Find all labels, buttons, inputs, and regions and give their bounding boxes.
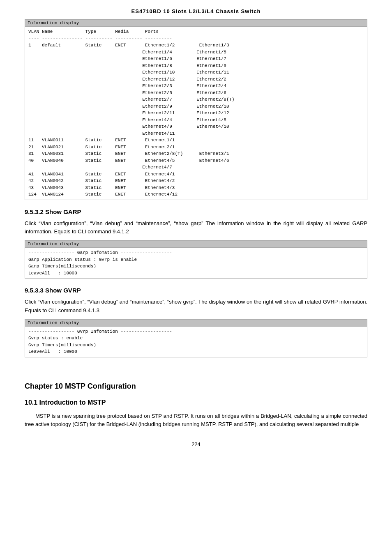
vlan-row-1-cont3: Ethernet1/8 Ethernet1/9: [28, 63, 226, 68]
vlan-row-40: 40 VLAN0040 Static ENET Ethernet4/5 Ethe…: [28, 158, 229, 163]
vlan-row-1-cont6: Ethernet2/3 Ethernet2/4: [28, 83, 226, 88]
vlan-row-40-cont: Ethernet4/7: [28, 165, 172, 170]
garp-info-box-content: ----------------- Garp Infomation ------…: [25, 248, 367, 278]
section-101-heading: 10.1 Introduction to MSTP: [25, 399, 367, 406]
vlan-table-content: VLAN Name Type Media Ports ---- --------…: [25, 27, 367, 200]
section-952-heading: 9.5.3.2 Show GARP: [25, 208, 367, 215]
vlan-row-1-cont11: Ethernet4/4 Ethernet4/8: [28, 117, 226, 122]
page-number: 224: [25, 441, 367, 447]
section-952-body: Click “Vlan configuration”, “Vlan debug”…: [25, 219, 367, 237]
vlan-row-1-cont4: Ethernet1/10 Ethernet1/11: [28, 70, 229, 75]
vlan-row-42: 42 VLAN0042 Static ENET Ethernet4/2: [28, 178, 175, 183]
vlan-row-1-cont10: Ethernet2/11 Ethernet2/12: [28, 111, 229, 115]
vlan-row-1: 1 default Static ENET Ethernet1/2 Ethern…: [28, 43, 229, 48]
vlan-row-43: 43 VLAN0043 Static ENET Ethernet4/3: [28, 185, 175, 190]
vlan-row-1-cont2: Ethernet1/6 Ethernet1/7: [28, 56, 226, 61]
gvrp-info-box: Information display ----------------- Gv…: [25, 319, 367, 357]
vlan-row-1-cont13: Ethernet4/11: [28, 131, 175, 136]
vlan-row-21: 21 VLAN0021 Static ENET Ethernet2/1: [28, 145, 175, 150]
gvrp-info-box-content: ----------------- Gvrp Infomation ------…: [25, 327, 367, 357]
vlan-row-1-cont9: Ethernet2/9 Ethernet2/10: [28, 104, 229, 109]
vlan-row-11: 11 VLAN0011 Static ENET Ethernet1/1: [28, 138, 175, 143]
vlan-row-1-cont5: Ethernet1/12 Ethernet2/2: [28, 77, 226, 82]
vlan-row-1-cont: Ethernet1/4 Ethernet1/5: [28, 50, 226, 55]
garp-info-box: Information display ----------------- Ga…: [25, 240, 367, 279]
vlan-row-124: 124 VLAN0124 Static ENET Ethernet4/12: [28, 192, 178, 197]
vlan-row-1-cont8: Ethernet2/7 Ethernet2/8(T): [28, 97, 235, 102]
garp-info-box-title: Information display: [25, 241, 367, 248]
vlan-row-41: 41 VLAN0041 Static ENET Ethernet4/1: [28, 172, 175, 177]
vlan-row-1-cont12: Ethernet4/9 Ethernet4/10: [28, 124, 229, 129]
gvrp-info-box-title: Information display: [25, 320, 367, 327]
vlan-col-headers: VLAN Name Type Media Ports: [28, 29, 159, 34]
section-953-heading: 9.5.3.3 Show GVRP: [25, 287, 367, 294]
vlan-row-1-cont7: Ethernet2/5 Ethernet2/6: [28, 90, 226, 95]
vlan-divider: ---- --------------- ---------- --------…: [28, 36, 172, 41]
vlan-row-31: 31 VLAN0031 Static ENET Ethernet2/8(T) E…: [28, 151, 229, 156]
vlan-info-box-title: Information display: [25, 20, 367, 27]
page-header: ES4710BD 10 Slots L2/L3/L4 Chassis Switc…: [25, 8, 367, 14]
section-953-body: Click “Vlan configuration”, “Vlan debug”…: [25, 298, 367, 315]
chapter-10-heading: Chapter 10 MSTP Configuration: [25, 382, 367, 391]
vlan-info-box: Information display VLAN Name Type Media…: [25, 19, 367, 200]
section-101-body: MSTP is a new spanning tree protocol bas…: [25, 412, 367, 429]
